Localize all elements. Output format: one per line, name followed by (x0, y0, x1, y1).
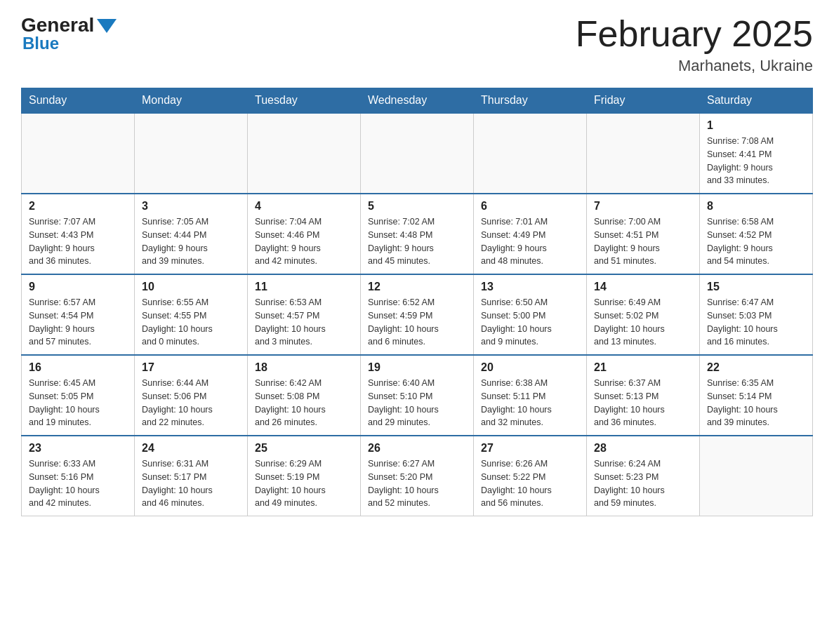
day-info: Sunrise: 6:31 AMSunset: 5:17 PMDaylight:… (142, 457, 240, 510)
day-cell-3-1: 17Sunrise: 6:44 AMSunset: 5:06 PMDayligh… (135, 355, 248, 436)
day-info: Sunrise: 6:33 AMSunset: 5:16 PMDaylight:… (29, 457, 127, 510)
day-cell-4-2: 25Sunrise: 6:29 AMSunset: 5:19 PMDayligh… (248, 436, 361, 516)
day-info: Sunrise: 6:45 AMSunset: 5:05 PMDaylight:… (29, 377, 127, 429)
day-info: Sunrise: 7:04 AMSunset: 4:46 PMDaylight:… (255, 215, 353, 268)
day-number: 15 (707, 281, 805, 293)
day-info: Sunrise: 6:55 AMSunset: 4:55 PMDaylight:… (142, 296, 240, 349)
week-row-5: 23Sunrise: 6:33 AMSunset: 5:16 PMDayligh… (22, 436, 813, 516)
col-tuesday: Tuesday (248, 88, 361, 114)
day-number: 23 (29, 442, 127, 455)
month-title: February 2025 (576, 14, 813, 54)
col-saturday: Saturday (700, 88, 813, 114)
day-info: Sunrise: 6:53 AMSunset: 4:57 PMDaylight:… (255, 296, 353, 349)
day-info: Sunrise: 6:58 AMSunset: 4:52 PMDaylight:… (707, 215, 805, 268)
day-number: 13 (481, 281, 579, 293)
day-cell-0-0 (22, 113, 135, 194)
day-number: 9 (29, 281, 127, 293)
day-number: 18 (255, 361, 353, 374)
day-number: 1 (707, 119, 805, 132)
day-number: 14 (594, 281, 692, 293)
day-info: Sunrise: 6:40 AMSunset: 5:10 PMDaylight:… (368, 377, 466, 429)
day-number: 24 (142, 442, 240, 455)
day-info: Sunrise: 6:49 AMSunset: 5:02 PMDaylight:… (594, 296, 692, 349)
col-thursday: Thursday (474, 88, 587, 114)
location-subtitle: Marhanets, Ukraine (576, 57, 813, 75)
day-cell-3-4: 20Sunrise: 6:38 AMSunset: 5:11 PMDayligh… (474, 355, 587, 436)
day-cell-3-6: 22Sunrise: 6:35 AMSunset: 5:14 PMDayligh… (700, 355, 813, 436)
day-info: Sunrise: 7:07 AMSunset: 4:43 PMDaylight:… (29, 215, 127, 268)
day-number: 27 (481, 442, 579, 455)
day-info: Sunrise: 6:52 AMSunset: 4:59 PMDaylight:… (368, 296, 466, 349)
calendar-table: Sunday Monday Tuesday Wednesday Thursday… (21, 88, 813, 516)
day-number: 6 (481, 200, 579, 213)
day-cell-0-5 (587, 113, 700, 194)
day-number: 22 (707, 361, 805, 374)
day-cell-4-5: 28Sunrise: 6:24 AMSunset: 5:23 PMDayligh… (587, 436, 700, 516)
day-number: 2 (29, 200, 127, 213)
day-info: Sunrise: 6:24 AMSunset: 5:23 PMDaylight:… (594, 457, 692, 510)
day-cell-4-1: 24Sunrise: 6:31 AMSunset: 5:17 PMDayligh… (135, 436, 248, 516)
day-info: Sunrise: 6:29 AMSunset: 5:19 PMDaylight:… (255, 457, 353, 510)
day-info: Sunrise: 6:35 AMSunset: 5:14 PMDaylight:… (707, 377, 805, 429)
day-cell-1-1: 3Sunrise: 7:05 AMSunset: 4:44 PMDaylight… (135, 194, 248, 274)
col-sunday: Sunday (22, 88, 135, 114)
week-row-3: 9Sunrise: 6:57 AMSunset: 4:54 PMDaylight… (22, 274, 813, 355)
day-cell-2-4: 13Sunrise: 6:50 AMSunset: 5:00 PMDayligh… (474, 274, 587, 355)
col-monday: Monday (135, 88, 248, 114)
day-number: 4 (255, 200, 353, 213)
day-number: 21 (594, 361, 692, 374)
day-cell-3-2: 18Sunrise: 6:42 AMSunset: 5:08 PMDayligh… (248, 355, 361, 436)
day-info: Sunrise: 6:50 AMSunset: 5:00 PMDaylight:… (481, 296, 579, 349)
day-info: Sunrise: 6:47 AMSunset: 5:03 PMDaylight:… (707, 296, 805, 349)
logo-arrow-icon (97, 19, 117, 33)
day-info: Sunrise: 6:27 AMSunset: 5:20 PMDaylight:… (368, 457, 466, 510)
day-number: 10 (142, 281, 240, 293)
week-row-1: 1Sunrise: 7:08 AMSunset: 4:41 PMDaylight… (22, 113, 813, 194)
col-friday: Friday (587, 88, 700, 114)
day-cell-3-3: 19Sunrise: 6:40 AMSunset: 5:10 PMDayligh… (361, 355, 474, 436)
day-info: Sunrise: 6:37 AMSunset: 5:13 PMDaylight:… (594, 377, 692, 429)
day-cell-0-6: 1Sunrise: 7:08 AMSunset: 4:41 PMDaylight… (700, 113, 813, 194)
day-cell-2-1: 10Sunrise: 6:55 AMSunset: 4:55 PMDayligh… (135, 274, 248, 355)
logo-blue-text: Blue (22, 34, 59, 53)
day-info: Sunrise: 7:08 AMSunset: 4:41 PMDaylight:… (707, 135, 805, 187)
day-number: 17 (142, 361, 240, 374)
day-cell-4-4: 27Sunrise: 6:26 AMSunset: 5:22 PMDayligh… (474, 436, 587, 516)
day-number: 28 (594, 442, 692, 455)
day-cell-1-5: 7Sunrise: 7:00 AMSunset: 4:51 PMDaylight… (587, 194, 700, 274)
day-info: Sunrise: 6:38 AMSunset: 5:11 PMDaylight:… (481, 377, 579, 429)
day-info: Sunrise: 7:05 AMSunset: 4:44 PMDaylight:… (142, 215, 240, 268)
day-info: Sunrise: 6:57 AMSunset: 4:54 PMDaylight:… (29, 296, 127, 349)
day-cell-4-6 (700, 436, 813, 516)
day-number: 7 (594, 200, 692, 213)
day-number: 20 (481, 361, 579, 374)
day-info: Sunrise: 6:26 AMSunset: 5:22 PMDaylight:… (481, 457, 579, 510)
day-cell-1-2: 4Sunrise: 7:04 AMSunset: 4:46 PMDaylight… (248, 194, 361, 274)
title-area: February 2025 Marhanets, Ukraine (576, 14, 813, 75)
header: General Blue February 2025 Marhanets, Uk… (21, 14, 813, 75)
day-cell-0-2 (248, 113, 361, 194)
day-cell-4-3: 26Sunrise: 6:27 AMSunset: 5:20 PMDayligh… (361, 436, 474, 516)
day-info: Sunrise: 6:44 AMSunset: 5:06 PMDaylight:… (142, 377, 240, 429)
col-wednesday: Wednesday (361, 88, 474, 114)
day-cell-3-5: 21Sunrise: 6:37 AMSunset: 5:13 PMDayligh… (587, 355, 700, 436)
day-cell-2-3: 12Sunrise: 6:52 AMSunset: 4:59 PMDayligh… (361, 274, 474, 355)
day-info: Sunrise: 7:00 AMSunset: 4:51 PMDaylight:… (594, 215, 692, 268)
day-number: 26 (368, 442, 466, 455)
day-number: 3 (142, 200, 240, 213)
day-number: 16 (29, 361, 127, 374)
day-number: 8 (707, 200, 805, 213)
day-cell-3-0: 16Sunrise: 6:45 AMSunset: 5:05 PMDayligh… (22, 355, 135, 436)
day-cell-1-0: 2Sunrise: 7:07 AMSunset: 4:43 PMDaylight… (22, 194, 135, 274)
day-number: 12 (368, 281, 466, 293)
day-cell-0-3 (361, 113, 474, 194)
day-cell-1-4: 6Sunrise: 7:01 AMSunset: 4:49 PMDaylight… (474, 194, 587, 274)
day-cell-2-2: 11Sunrise: 6:53 AMSunset: 4:57 PMDayligh… (248, 274, 361, 355)
day-number: 25 (255, 442, 353, 455)
day-cell-0-4 (474, 113, 587, 194)
day-cell-2-5: 14Sunrise: 6:49 AMSunset: 5:02 PMDayligh… (587, 274, 700, 355)
day-cell-0-1 (135, 113, 248, 194)
day-cell-2-6: 15Sunrise: 6:47 AMSunset: 5:03 PMDayligh… (700, 274, 813, 355)
day-info: Sunrise: 6:42 AMSunset: 5:08 PMDaylight:… (255, 377, 353, 429)
day-cell-4-0: 23Sunrise: 6:33 AMSunset: 5:16 PMDayligh… (22, 436, 135, 516)
